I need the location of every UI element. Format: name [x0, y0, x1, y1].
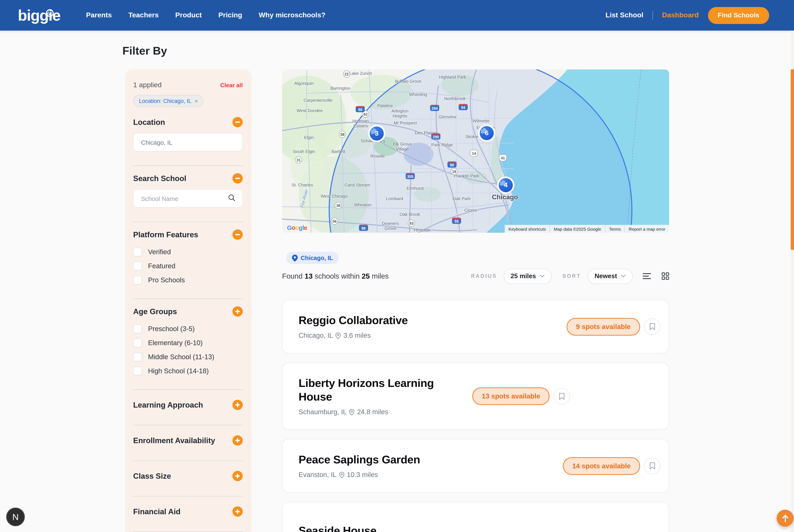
nav-link-pricing[interactable]: Pricing	[218, 11, 242, 19]
map-data-label: Map data ©2025 Google	[550, 225, 605, 233]
page-title: Filter By	[123, 45, 167, 57]
expand-learning-approach-button[interactable]	[233, 400, 243, 410]
checkbox-featured[interactable]	[133, 262, 142, 270]
expand-financial-aid-button[interactable]	[233, 506, 243, 517]
school-name[interactable]: Peace Saplings Garden	[299, 453, 555, 467]
checkbox-label: Preschool (3-5)	[148, 325, 195, 332]
keyboard-shortcuts-link[interactable]: Keyboard shortcuts	[504, 225, 550, 233]
find-schools-button[interactable]: Find Schools	[708, 7, 769, 24]
pin-icon	[292, 254, 298, 262]
checkbox-row-preschool[interactable]: Preschool (3-5)	[133, 322, 243, 336]
checkbox-row-elementary[interactable]: Elementary (6-10)	[133, 336, 243, 350]
chevron-down-icon	[621, 274, 626, 278]
section-title-search-school: Search School	[133, 174, 186, 183]
pin-outline-icon	[336, 332, 341, 339]
google-logo[interactable]: Google	[287, 224, 307, 231]
nav-right: List School Dashboard Find Schools	[605, 7, 769, 24]
nav-link-why-microschools[interactable]: Why microschools?	[259, 11, 326, 19]
school-name[interactable]: Liberty Horizons Learning House	[299, 376, 464, 404]
list-view-icon	[643, 273, 651, 280]
checkbox-label: High School (14-18)	[148, 367, 209, 375]
school-name[interactable]: Reggio Collaborative	[299, 314, 558, 327]
scroll-to-top-button[interactable]	[777, 510, 794, 527]
school-name-input[interactable]	[140, 194, 228, 202]
section-title-enrollment: Enrollment Availability	[133, 436, 215, 445]
grid-view-icon	[662, 272, 669, 280]
location-input[interactable]	[140, 138, 236, 146]
checkbox-row-middle-school[interactable]: Middle School (11-13)	[133, 350, 243, 364]
collapse-location-button[interactable]	[233, 117, 243, 127]
logo-text: biggie	[18, 7, 60, 24]
report-map-error-link[interactable]: Report a map error	[625, 225, 669, 233]
location-result-chip[interactable]: Chicago, IL	[286, 252, 339, 264]
nav-link-parents[interactable]: Parents	[86, 11, 112, 19]
radius-dropdown[interactable]: 25 miles	[504, 268, 552, 284]
nav-link-product[interactable]: Product	[175, 11, 202, 19]
grid-view-button[interactable]	[662, 272, 669, 280]
filter-sidebar: 1 applied Clear all Location: Chicago, I…	[125, 70, 252, 532]
applied-count: 1 applied	[133, 81, 162, 89]
checkbox-row-featured[interactable]: Featured	[133, 259, 243, 273]
school-card[interactable]: Liberty Horizons Learning House Schaumbu…	[282, 362, 669, 430]
checkbox-row-pro-schools[interactable]: Pro Schools	[133, 273, 243, 287]
section-title-financial-aid: Financial Aid	[133, 507, 181, 516]
map-attribution: Keyboard shortcuts Map data ©2025 Google…	[504, 225, 669, 233]
bookmark-icon	[559, 393, 565, 400]
chip-remove-icon[interactable]: ×	[195, 98, 198, 104]
checkbox-label: Elementary (6-10)	[148, 339, 203, 347]
expand-class-size-button[interactable]	[233, 471, 243, 481]
collapse-search-button[interactable]	[233, 173, 243, 184]
nav-link-teachers[interactable]: Teachers	[128, 11, 159, 19]
sort-value: Newest	[594, 272, 617, 280]
spots-available-badge: 14 spots available	[563, 457, 640, 475]
checkbox-high-school[interactable]	[133, 366, 142, 375]
pin-outline-icon	[349, 409, 355, 415]
checkbox-middle-school[interactable]	[133, 353, 142, 361]
scrollbar-thumb[interactable]	[791, 69, 794, 250]
applied-filter-chip[interactable]: Location: Chicago, IL ×	[133, 95, 204, 107]
bookmark-button[interactable]	[644, 458, 661, 474]
sort-label: SORT	[562, 273, 581, 279]
sort-dropdown[interactable]: Newest	[587, 268, 633, 284]
smiley-icon	[46, 4, 54, 19]
checkbox-preschool[interactable]	[133, 324, 142, 333]
section-title-learning-approach: Learning Approach	[133, 400, 203, 410]
bookmark-icon	[649, 462, 655, 470]
navbar: biggie Parents Teachers Product Pricing …	[0, 0, 794, 31]
collapse-platform-button[interactable]	[233, 229, 243, 240]
clear-all-link[interactable]: Clear all	[220, 82, 243, 89]
spots-available-badge: 13 spots available	[472, 387, 550, 405]
nav-links: Parents Teachers Product Pricing Why mic…	[86, 11, 326, 19]
map-cluster-marker[interactable]: 3	[370, 127, 384, 140]
results-header: Found 13 schools within 25 miles RADIUS …	[282, 268, 669, 284]
logo[interactable]: biggie	[18, 8, 60, 23]
checkbox-row-verified[interactable]: Verified	[133, 245, 243, 259]
main-content: Lake ZurichHighland ParkAlgonquinBuffalo…	[282, 70, 669, 233]
school-card[interactable]: Reggio Collaborative Chicago, IL 3.6 mil…	[282, 300, 669, 354]
map-cluster-marker[interactable]: 6	[480, 126, 494, 140]
school-distance: 24.8 miles	[357, 408, 388, 416]
checkbox-elementary[interactable]	[133, 338, 142, 347]
school-city: Evanston, IL	[299, 471, 336, 479]
school-card[interactable]: Peace Saplings Garden Evanston, IL 10.3 …	[282, 439, 669, 493]
expand-age-groups-button[interactable]	[233, 306, 243, 317]
expand-enrollment-button[interactable]	[233, 435, 243, 445]
terms-link[interactable]: Terms	[605, 225, 625, 233]
spots-available-badge: 9 spots available	[567, 318, 640, 336]
list-view-button[interactable]	[643, 273, 651, 280]
pin-outline-icon	[339, 472, 344, 478]
radius-label: RADIUS	[471, 273, 497, 279]
found-count-text: Found 13 schools within 25 miles	[282, 272, 389, 281]
school-name[interactable]: Seaside House	[299, 524, 555, 532]
checkbox-verified[interactable]	[133, 247, 142, 256]
results-map[interactable]: Lake ZurichHighland ParkAlgonquinBuffalo…	[282, 70, 669, 233]
checkbox-pro-schools[interactable]	[133, 276, 142, 284]
map-cluster-marker[interactable]: 4	[499, 178, 513, 192]
list-school-link[interactable]: List School	[605, 11, 643, 19]
dev-overlay-badge[interactable]: N	[6, 508, 25, 526]
checkbox-row-high-school[interactable]: High School (14-18)	[133, 364, 243, 378]
school-card[interactable]: Seaside House 15 spots available	[282, 502, 669, 532]
bookmark-button[interactable]	[554, 388, 570, 404]
bookmark-button[interactable]	[644, 318, 661, 335]
dashboard-link[interactable]: Dashboard	[662, 11, 699, 19]
